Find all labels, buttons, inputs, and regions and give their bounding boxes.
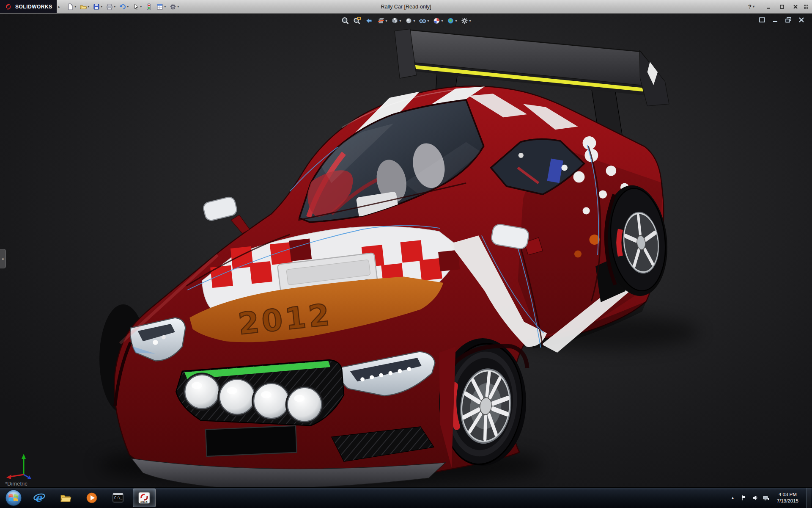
dropdown-caret: ▾ <box>114 5 115 8</box>
view-orientation-label: *Dimetric <box>5 480 27 487</box>
quick-access-toolbar: ▾ ▾ ▾ ▾ ▾ <box>65 1 180 12</box>
open-document-icon <box>80 3 87 11</box>
svg-text:C:\_: C:\_ <box>114 496 122 500</box>
section-view-icon <box>376 17 385 25</box>
headsup-view-toolbar: ▾ ▾ ▾ ▾ ▾ <box>340 15 472 26</box>
doc-maximize-icon <box>759 17 765 23</box>
solidworks-2015-button[interactable]: 2015 <box>133 489 156 507</box>
doc-minimize-button[interactable] <box>771 16 780 24</box>
doc-restore-button[interactable] <box>784 16 793 24</box>
minimize-icon <box>766 4 771 9</box>
customize-grid-icon[interactable] <box>804 4 809 9</box>
system-tray: ▲ 4:03 PM 7/13/2015 <box>729 488 812 508</box>
start-button[interactable] <box>0 488 27 508</box>
license-plate <box>206 426 297 456</box>
titlebar: SOLIDWORKS ▸ ▾ ▾ ▾ <box>0 0 812 14</box>
doc-close-button[interactable] <box>797 16 806 24</box>
previous-view-button[interactable] <box>363 15 374 26</box>
graphics-viewport: 2012 <box>0 14 812 487</box>
windows-explorer-button[interactable] <box>54 489 77 507</box>
print-button[interactable]: ▾ <box>104 1 117 12</box>
help-label: ? <box>748 3 752 10</box>
doc-restore-icon <box>785 17 792 23</box>
dropdown-caret: ▾ <box>88 5 89 8</box>
open-document-button[interactable]: ▾ <box>78 1 91 12</box>
network-icon <box>763 494 769 501</box>
solidworks-swirl-icon <box>4 3 13 11</box>
maximize-button[interactable] <box>776 3 787 11</box>
dropdown-caret: ▾ <box>140 5 142 8</box>
show-desktop-button[interactable] <box>806 488 811 508</box>
options-gear-icon <box>169 3 177 11</box>
select-cursor-icon <box>132 3 140 11</box>
dropdown-caret: ▾ <box>469 19 471 23</box>
save-button[interactable]: ▾ <box>91 1 104 12</box>
window-controls: ? ▾ <box>748 3 812 11</box>
apply-scene-icon <box>447 17 455 25</box>
dropdown-caret: ▾ <box>413 19 415 23</box>
doc-maximize-button[interactable] <box>757 16 767 24</box>
view-orientation-icon <box>390 17 399 25</box>
internet-explorer-button[interactable]: e <box>28 489 51 507</box>
new-document-icon <box>66 3 74 11</box>
rebuild-button[interactable] <box>144 1 154 12</box>
menu-expand-arrow[interactable]: ▸ <box>58 5 60 9</box>
close-button[interactable] <box>790 3 801 11</box>
hidden-icons-button[interactable]: ▲ <box>729 496 736 500</box>
action-center-button[interactable] <box>741 494 747 501</box>
close-icon <box>793 4 798 9</box>
svg-text:e: e <box>35 491 43 504</box>
dropdown-caret: ▾ <box>399 19 401 23</box>
solidworks-2015-icon: 2015 <box>138 491 151 504</box>
hide-show-items-icon <box>418 17 427 25</box>
zoom-to-fit-button[interactable] <box>340 15 351 26</box>
save-icon <box>93 3 100 11</box>
dropdown-caret: ▾ <box>455 19 457 23</box>
options-button[interactable]: ▾ <box>168 1 180 12</box>
orientation-triad <box>4 451 38 480</box>
edit-appearance-button[interactable]: ▾ <box>431 15 444 26</box>
graphics-area[interactable]: 2012 <box>0 14 812 487</box>
display-style-button[interactable]: ▾ <box>403 15 416 26</box>
zoom-to-area-icon <box>353 17 361 25</box>
view-settings-button[interactable]: ▾ <box>459 15 472 26</box>
help-button[interactable]: ? ▾ <box>748 3 754 10</box>
apply-scene-button[interactable]: ▾ <box>445 15 458 26</box>
dropdown-caret: ▾ <box>385 19 387 23</box>
new-document-button[interactable]: ▾ <box>65 1 77 12</box>
document-window-controls <box>757 16 806 24</box>
display-style-icon <box>404 17 413 25</box>
zoom-to-area-button[interactable] <box>351 15 362 26</box>
file-properties-button[interactable]: ▾ <box>155 1 167 12</box>
taskbar: e C:\_ <box>0 487 812 508</box>
featuremanager-collapse-tab[interactable]: « <box>0 249 6 268</box>
print-icon <box>106 3 113 11</box>
file-properties-icon <box>156 3 164 11</box>
rear-brake-caliper <box>619 229 620 256</box>
section-view-button[interactable]: ▾ <box>375 15 388 26</box>
view-orientation-button[interactable]: ▾ <box>389 15 402 26</box>
dropdown-caret: ▾ <box>127 5 129 8</box>
speaker-icon <box>752 494 758 501</box>
volume-button[interactable] <box>752 494 758 501</box>
clock-time: 4:03 PM <box>777 491 798 498</box>
select-button[interactable]: ▾ <box>131 1 143 12</box>
dropdown-caret: ▾ <box>74 5 76 8</box>
dropdown-caret: ▾ <box>101 5 102 8</box>
view-settings-icon <box>461 17 469 25</box>
dropdown-caret: ▾ <box>177 5 179 8</box>
dropdown-caret: ▾ <box>427 19 429 23</box>
command-prompt-button[interactable]: C:\_ <box>107 489 129 507</box>
network-button[interactable] <box>763 494 769 501</box>
window-title: Rally Car [Read-only] <box>381 4 431 10</box>
taskbar-clock[interactable]: 4:03 PM 7/13/2015 <box>774 491 802 504</box>
undo-button[interactable]: ▾ <box>118 1 130 12</box>
dropdown-caret: ▾ <box>442 19 443 23</box>
media-player-button[interactable] <box>80 489 103 507</box>
folder-icon <box>59 491 72 504</box>
rally-car-model[interactable]: 2012 <box>99 29 699 487</box>
clock-date: 7/13/2015 <box>777 498 798 504</box>
sw-badge: 2015 <box>140 500 148 504</box>
minimize-button[interactable] <box>763 3 774 11</box>
hide-show-items-button[interactable]: ▾ <box>417 15 430 26</box>
